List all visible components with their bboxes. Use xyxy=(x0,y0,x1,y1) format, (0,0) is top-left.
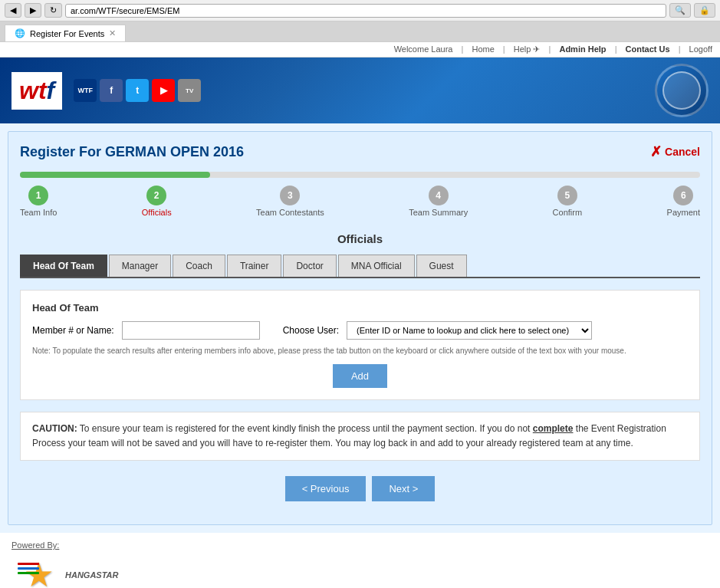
nav-buttons: < Previous Next > xyxy=(20,476,700,501)
tab-manager[interactable]: Manager xyxy=(109,255,171,277)
step-1: 1Team Info xyxy=(20,186,57,217)
site-header: wtf WTF f t ▶ TV xyxy=(0,57,720,123)
step-circle-1: 1 xyxy=(28,186,48,205)
steps: 1Team Info2Officials3Team Contestants4Te… xyxy=(20,186,700,217)
step-6: 6Payment xyxy=(667,186,700,217)
active-tab[interactable]: 🌐 Register For Events ✕ xyxy=(5,25,126,41)
back-button[interactable]: ◀ xyxy=(5,3,21,18)
separator2: | xyxy=(503,44,505,54)
caution-box: CAUTION: To ensure your team is register… xyxy=(20,412,700,461)
form-section-title: Head Of Team xyxy=(32,302,688,314)
tab-bar: 🌐 Register For Events ✕ xyxy=(0,21,720,41)
tab-guest[interactable]: Guest xyxy=(416,255,467,277)
step-label-4: Team Summary xyxy=(409,208,468,217)
search-button[interactable]: 🔍 xyxy=(669,3,691,18)
member-input[interactable] xyxy=(122,321,260,340)
separator3: | xyxy=(549,44,551,54)
member-label: Member # or Name: xyxy=(32,325,114,336)
next-button[interactable]: Next > xyxy=(372,476,435,501)
contact-us-link[interactable]: Contact Us xyxy=(626,44,670,54)
form-row-member: Member # or Name: Choose User: (Enter ID… xyxy=(32,321,688,340)
previous-button[interactable]: < Previous xyxy=(285,476,367,501)
progress-fill xyxy=(20,172,210,178)
browser-toolbar: ◀ ▶ ↻ 🔍 🔒 xyxy=(0,0,720,21)
hangastar-text: HANGASTAR xyxy=(65,570,118,580)
logo-lines xyxy=(18,563,39,574)
step-3: 3Team Contestants xyxy=(256,186,324,217)
admin-help-link[interactable]: Admin Help xyxy=(559,44,606,54)
progress-track xyxy=(20,172,700,178)
circle-inner xyxy=(662,71,701,110)
tab-doctor[interactable]: Doctor xyxy=(283,255,336,277)
progress-container: 1Team Info2Officials3Team Contestants4Te… xyxy=(20,172,700,217)
header-circle-logo xyxy=(655,64,708,117)
tab-mna-official[interactable]: MNA Official xyxy=(338,255,415,277)
home-link[interactable]: Home xyxy=(472,44,494,54)
step-circle-2: 2 xyxy=(146,186,166,205)
step-label-3: Team Contestants xyxy=(256,208,324,217)
header-right xyxy=(655,64,708,117)
step-label-5: Confirm xyxy=(553,208,583,217)
caution-underline: complete xyxy=(533,423,574,434)
page-header: Register For GERMAN OPEN 2016 ✗ Cancel xyxy=(20,143,700,160)
step-5: 5Confirm xyxy=(553,186,583,217)
cancel-icon: ✗ xyxy=(650,143,662,160)
facebook-icon[interactable]: f xyxy=(100,79,123,102)
step-label-2: Officials xyxy=(142,208,172,217)
step-circle-4: 4 xyxy=(429,186,449,205)
wtf-social-icon[interactable]: WTF xyxy=(74,79,97,102)
tab-head-of-team[interactable]: Head Of Team xyxy=(20,255,107,277)
tv-icon[interactable]: TV xyxy=(178,79,201,102)
refresh-button[interactable]: ↻ xyxy=(44,3,62,18)
head-of-team-form: Head Of Team Member # or Name: Choose Us… xyxy=(20,290,700,400)
browser-chrome: ◀ ▶ ↻ 🔍 🔒 🌐 Register For Events ✕ xyxy=(0,0,720,42)
top-navigation: Welcome Laura | Home | Help ✈ | Admin He… xyxy=(0,42,720,57)
step-2: 2Officials xyxy=(142,186,172,217)
tab-trainer[interactable]: Trainer xyxy=(227,255,282,277)
tab-icon: 🌐 xyxy=(15,28,25,38)
wtf-text: wtf xyxy=(19,77,54,105)
step-label-1: Team Info xyxy=(20,208,57,217)
separator: | xyxy=(462,44,464,54)
step-label-6: Payment xyxy=(667,208,700,217)
lock-button[interactable]: 🔒 xyxy=(694,3,715,18)
caution-text1: To ensure your team is registered for th… xyxy=(80,423,533,434)
social-links: WTF f t ▶ TV xyxy=(74,79,201,102)
tab-title: Register For Events xyxy=(30,29,104,38)
cancel-button[interactable]: ✗ Cancel xyxy=(650,143,700,160)
separator5: | xyxy=(679,44,681,54)
forward-button[interactable]: ▶ xyxy=(25,3,41,18)
add-button[interactable]: Add xyxy=(333,364,387,388)
separator4: | xyxy=(615,44,617,54)
logoff-link[interactable]: Logoff xyxy=(689,44,712,54)
step-circle-6: 6 xyxy=(673,186,693,205)
form-note: Note: To populate the search results aft… xyxy=(32,346,688,356)
help-link[interactable]: Help xyxy=(514,44,531,54)
step-circle-5: 5 xyxy=(557,186,577,205)
address-bar[interactable] xyxy=(65,4,666,18)
step-4: 4Team Summary xyxy=(409,186,468,217)
choose-user-label: Choose User: xyxy=(283,325,339,336)
page-title: Register For GERMAN OPEN 2016 xyxy=(20,144,244,160)
tab-coach[interactable]: Coach xyxy=(173,255,225,277)
cancel-label: Cancel xyxy=(665,146,700,158)
welcome-text: Welcome Laura xyxy=(394,44,453,54)
nav-icon: ✈ xyxy=(533,44,540,54)
youtube-icon[interactable]: ▶ xyxy=(152,79,175,102)
section-title: Officials xyxy=(20,232,700,245)
wtf-logo[interactable]: wtf xyxy=(12,72,62,110)
main-wrapper: Register For GERMAN OPEN 2016 ✗ Cancel 1… xyxy=(0,123,720,533)
powered-by-link[interactable]: Powered By: xyxy=(12,540,708,550)
caution-prefix: CAUTION: xyxy=(32,423,77,434)
footer: Powered By: ★ HANGASTAR xyxy=(0,533,720,588)
choose-user-select[interactable]: (Enter ID or Name to lookup and click he… xyxy=(347,321,592,340)
step-circle-3: 3 xyxy=(280,186,300,205)
officials-tabs: Head Of TeamManagerCoachTrainerDoctorMNA… xyxy=(20,255,700,278)
hangastar-logo: ★ HANGASTAR xyxy=(12,554,708,588)
tab-close-button[interactable]: ✕ xyxy=(109,28,116,38)
content-box: Register For GERMAN OPEN 2016 ✗ Cancel 1… xyxy=(8,131,712,525)
twitter-icon[interactable]: t xyxy=(126,79,149,102)
